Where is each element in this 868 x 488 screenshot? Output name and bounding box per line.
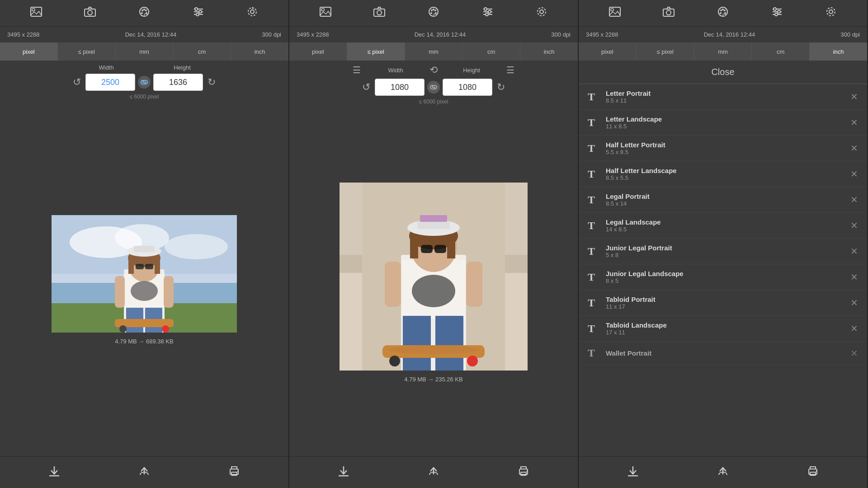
tab-mm-3[interactable]: mm bbox=[694, 42, 752, 61]
list-item[interactable]: T Letter Portrait 8.5 x 11 ✕ bbox=[579, 84, 867, 110]
close-button[interactable]: Close bbox=[711, 67, 734, 77]
download-icon-3[interactable] bbox=[626, 464, 640, 481]
preset-delete-icon[interactable]: ✕ bbox=[850, 117, 858, 128]
link-icon-2[interactable] bbox=[427, 81, 440, 94]
svg-point-111 bbox=[724, 9, 726, 11]
tab-le-pixel-1[interactable]: ≤ pixel bbox=[58, 42, 116, 61]
undo-button-1[interactable]: ↺ bbox=[71, 75, 83, 90]
svg-rect-90 bbox=[434, 245, 446, 253]
gear-icon-3[interactable] bbox=[825, 5, 837, 21]
width-input-2[interactable]: 1080 bbox=[375, 79, 425, 96]
tab-cm-3[interactable]: cm bbox=[752, 42, 810, 61]
link-icon-1[interactable] bbox=[138, 76, 151, 89]
tab-cm-2[interactable]: cm bbox=[462, 42, 520, 61]
svg-point-66 bbox=[484, 8, 487, 10]
palette-icon-2[interactable] bbox=[427, 5, 440, 21]
print-icon-3[interactable] bbox=[806, 464, 820, 481]
width-input-1[interactable]: 2500 bbox=[85, 74, 135, 91]
svg-point-67 bbox=[488, 10, 491, 13]
preset-delete-icon[interactable]: ✕ bbox=[850, 246, 858, 257]
sliders-icon-2[interactable] bbox=[481, 5, 494, 21]
preset-delete-icon[interactable]: ✕ bbox=[850, 323, 858, 334]
list-item[interactable]: T Half Letter Landscape 8.5 x 5.5 ✕ bbox=[579, 161, 867, 187]
camera-icon-3[interactable] bbox=[662, 5, 675, 21]
svg-point-61 bbox=[430, 12, 432, 14]
preset-delete-icon[interactable]: ✕ bbox=[850, 143, 858, 154]
print-icon-2[interactable] bbox=[517, 464, 530, 481]
print-icon-1[interactable] bbox=[227, 464, 241, 481]
tab-inch-2[interactable]: inch bbox=[520, 42, 578, 61]
preset-name: Legal Landscape bbox=[606, 218, 850, 226]
download-icon-1[interactable] bbox=[47, 464, 61, 481]
preset-delete-icon[interactable]: ✕ bbox=[850, 169, 858, 179]
palette-icon-3[interactable] bbox=[717, 5, 729, 21]
image-icon[interactable] bbox=[30, 5, 42, 21]
undo-button-2[interactable]: ↺ bbox=[360, 80, 372, 95]
palette-icon[interactable] bbox=[138, 5, 151, 21]
preset-delete-icon[interactable]: ✕ bbox=[850, 91, 858, 102]
svg-point-15 bbox=[199, 10, 202, 13]
tab-pixel-2[interactable]: pixel bbox=[289, 42, 347, 61]
dpi-3: 300 dpi bbox=[840, 31, 860, 38]
preset-delete-icon[interactable]: ✕ bbox=[850, 272, 858, 282]
redo-button-1[interactable]: ↻ bbox=[206, 75, 217, 90]
share-icon-1[interactable] bbox=[137, 464, 151, 481]
tab-cm-1[interactable]: cm bbox=[173, 42, 231, 61]
tab-pixel-3[interactable]: pixel bbox=[579, 42, 637, 61]
preset-delete-icon[interactable]: ✕ bbox=[850, 194, 858, 205]
height-input-2[interactable]: 1080 bbox=[443, 79, 492, 96]
date-3: Dec 14, 2016 12:44 bbox=[704, 31, 755, 38]
list-item[interactable]: T Tabloid Landscape 17 x 11 ✕ bbox=[579, 316, 867, 342]
height-input-1[interactable]: 1636 bbox=[153, 74, 203, 91]
preset-delete-icon[interactable]: ✕ bbox=[850, 348, 858, 359]
list-item[interactable]: T Legal Portrait 8.5 x 14 ✕ bbox=[579, 187, 867, 213]
tab-inch-1[interactable]: inch bbox=[231, 42, 288, 61]
tab-mm-1[interactable]: mm bbox=[116, 42, 174, 61]
list-item[interactable]: T Tabloid Portrait 11 x 17 ✕ bbox=[579, 290, 867, 316]
tab-mm-2[interactable]: mm bbox=[405, 42, 463, 61]
menu-icon-right[interactable]: ☰ bbox=[506, 65, 514, 75]
preset-size: 5 x 8 bbox=[606, 252, 850, 258]
tab-pixel-1[interactable]: pixel bbox=[0, 42, 58, 61]
preset-name: Letter Landscape bbox=[606, 115, 850, 123]
preset-size: 8.5 x 11 bbox=[606, 97, 850, 104]
menu-icon-left[interactable]: ☰ bbox=[353, 65, 361, 75]
image-icon-3[interactable] bbox=[609, 5, 621, 21]
list-item[interactable]: T Junior Legal Portrait 5 x 8 ✕ bbox=[579, 239, 867, 264]
share-icon-3[interactable] bbox=[716, 464, 730, 481]
tab-le-pixel-3[interactable]: ≤ pixel bbox=[637, 42, 694, 61]
toolbar-1 bbox=[0, 0, 288, 26]
preset-name: Tabloid Portrait bbox=[606, 296, 850, 303]
preset-text: Junior Legal Portrait 5 x 8 bbox=[606, 244, 850, 258]
svg-rect-38 bbox=[145, 264, 153, 269]
list-item[interactable]: T Wallet Portrait ✕ bbox=[579, 342, 867, 365]
list-item[interactable]: T Half Letter Portrait 5.5 x 8.5 ✕ bbox=[579, 136, 867, 161]
preset-type-icon: T bbox=[588, 91, 599, 103]
preset-name: Wallet Portrait bbox=[606, 349, 850, 357]
camera-icon[interactable] bbox=[84, 5, 96, 21]
preset-type-icon: T bbox=[588, 220, 599, 232]
swap-arrows[interactable]: ⟲ bbox=[429, 64, 438, 76]
svg-rect-83 bbox=[410, 236, 418, 258]
list-item[interactable]: T Letter Landscape 11 x 8.5 ✕ bbox=[579, 110, 867, 136]
camera-icon-2[interactable] bbox=[373, 5, 386, 21]
redo-button-2[interactable]: ↻ bbox=[495, 80, 507, 95]
list-item[interactable]: T Junior Legal Landscape 8 x 5 ✕ bbox=[579, 264, 867, 290]
tab-le-pixel-2[interactable]: ≤ pixel bbox=[347, 42, 405, 61]
svg-rect-34 bbox=[155, 258, 160, 274]
sliders-icon[interactable] bbox=[192, 5, 205, 21]
svg-point-118 bbox=[774, 8, 776, 10]
image-icon-2[interactable] bbox=[319, 5, 332, 21]
gear-icon[interactable] bbox=[246, 5, 259, 21]
preset-text: Legal Landscape 14 x 8.5 bbox=[606, 218, 850, 233]
tab-inch-3[interactable]: inch bbox=[810, 42, 867, 61]
download-icon-2[interactable] bbox=[337, 464, 350, 481]
share-icon-2[interactable] bbox=[427, 464, 440, 481]
image-area-2: 4.79 MB → 235.26 KB bbox=[289, 108, 578, 456]
preset-delete-icon[interactable]: ✕ bbox=[850, 220, 858, 231]
preset-delete-icon[interactable]: ✕ bbox=[850, 297, 858, 308]
sliders-icon-3[interactable] bbox=[771, 5, 783, 21]
gear-icon-2[interactable] bbox=[535, 5, 548, 21]
svg-rect-92 bbox=[385, 262, 401, 307]
list-item[interactable]: T Legal Landscape 14 x 8.5 ✕ bbox=[579, 213, 867, 239]
